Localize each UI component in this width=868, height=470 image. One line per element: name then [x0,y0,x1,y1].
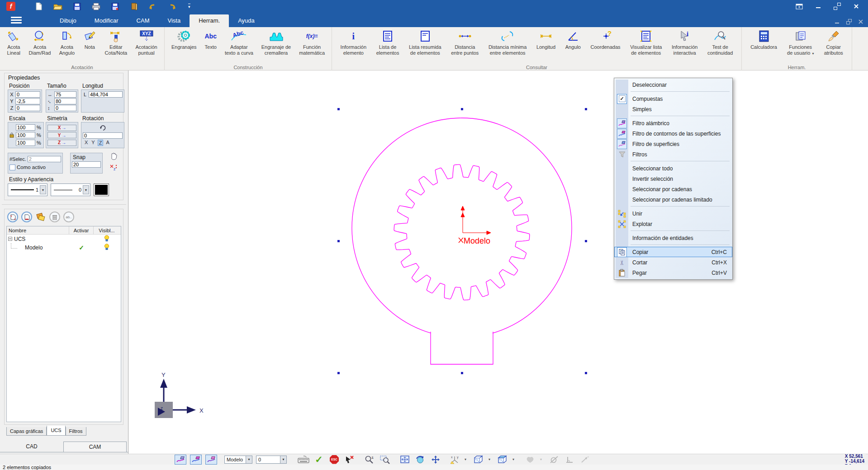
rotation-axis-y[interactable]: Y [90,140,95,146]
zoom-window-icon[interactable] [379,455,391,465]
mirror-y-button[interactable]: Y→ [47,132,76,138]
rotate-view-icon[interactable] [414,455,426,465]
snap-modes-icon[interactable] [524,455,536,465]
visibility-bulb-icon[interactable] [104,244,109,251]
pan-hand-icon[interactable] [110,152,117,161]
zoom-fit-icon[interactable] [399,455,411,465]
lock-icon[interactable] [9,132,14,138]
position-x-field[interactable] [15,91,40,98]
mirror-x-button[interactable]: X→ [47,125,76,131]
menu-item-copiar[interactable]: CopiarCtrl+C [614,247,732,257]
ucs-layers-icon[interactable] [35,212,46,222]
tab-filtros[interactable]: Filtros [66,427,86,436]
ribbon-item-lista-resumida[interactable]: Lista resumida de elementos [408,28,443,56]
wireframe-filter-toggle[interactable] [175,455,186,465]
restore-button[interactable] [834,3,841,10]
ribbon-item-acotacion-puntual[interactable]: XYZ Acotación puntual [134,28,158,56]
rotation-angle-field[interactable] [83,132,123,139]
ribbon-item-distancia-minima[interactable]: Distancia mínima entre elementos [487,28,528,56]
dropdown-caret-icon[interactable]: ▾ [540,457,542,461]
surface-contours-filter-toggle[interactable] [190,455,202,465]
save-as-icon[interactable] [110,2,119,11]
model-select[interactable]: Modelo▼ [224,456,252,464]
ribbon-item-calculadora[interactable]: Calculadora [749,28,778,51]
delete-ucs-icon[interactable] [49,212,60,222]
menu-item-explotar[interactable]: Explotar [614,219,732,229]
ucs-display-icon[interactable]: xy [449,455,460,465]
menu-item-invertir-seleccion[interactable]: Invertir selección [614,174,732,184]
drawing-area[interactable]: Modelo z Y X [129,70,868,454]
scale-y-field[interactable] [16,132,35,138]
ribbon-item-cremallera[interactable]: Engranaje de cremallera [260,28,292,56]
measure-line-icon[interactable] [579,455,591,465]
dropdown-arrow-icon[interactable]: ▼ [246,456,252,463]
undo-icon[interactable] [148,2,157,11]
tree-row-ucs[interactable]: UCS [7,235,121,243]
menu-herram[interactable]: Herram. [190,14,229,27]
hamburger-menu-icon[interactable] [7,14,25,26]
column-visible[interactable]: Visibl... [94,226,120,234]
menu-item-filtro-contornos[interactable]: Filtro de contornos de las superficies [614,128,732,139]
print-icon[interactable] [91,2,100,11]
selection-handle[interactable] [461,372,463,374]
ribbon-item-visualizar-lista[interactable]: Visualizar lista de elementos [629,28,663,56]
open-file-icon[interactable] [53,2,62,11]
menu-vista[interactable]: Vista [159,14,190,27]
zoom-in-out-icon[interactable]: ± [364,455,375,465]
dropdown-caret-icon[interactable]: ▾ [465,457,466,461]
dropdown-arrow-icon[interactable]: ▼ [40,185,46,194]
ribbon-item-lista-elementos[interactable]: Lista de elementos [375,28,401,56]
ribbon-item-acota-angulo[interactable]: Acota Angulo [58,28,76,56]
rotate-ccw-icon[interactable] [83,124,123,131]
menu-modificar[interactable]: Modificar [85,14,128,27]
app-logo-icon[interactable]: f [6,2,15,11]
collapse-node-icon[interactable] [8,237,12,241]
active-check-icon[interactable]: ✓ [79,244,84,251]
rename-ucs-icon[interactable]: ab.. [63,212,74,222]
redo-icon[interactable] [167,2,176,11]
ribbon-item-editar-cota[interactable]: Editar Cota/Nota [104,28,129,56]
snap-axis-icon[interactable]: z [109,163,118,173]
menu-cam[interactable]: CAM [128,14,159,27]
ribbon-item-test-continuidad[interactable]: Test de continuidad [706,28,734,56]
line-width-select[interactable]: 1▼ [8,183,47,196]
tangent-snap-icon[interactable] [548,455,560,465]
scale-x-field[interactable] [16,124,35,131]
mdi-restore-button[interactable] [846,19,852,24]
mdi-close-button[interactable] [858,19,863,24]
tab-ucs[interactable]: UCS [47,426,65,436]
confirm-icon[interactable]: ✓ [313,455,325,465]
menu-item-simples[interactable]: Simples [614,104,732,114]
deselect-cursor-icon[interactable] [344,455,356,465]
escape-icon[interactable]: ESC [328,455,340,465]
menu-item-seleccionar-cadenas[interactable]: Seleccionar por cadenas [614,184,732,194]
tree-row-modelo[interactable]: Modelo ✓ [7,243,121,252]
size-height-field[interactable] [54,105,76,111]
mirror-z-button[interactable]: Z→ [47,140,76,146]
tab-capas-graficas[interactable]: Capas gráficas [6,427,47,436]
save-icon[interactable] [72,2,81,11]
edit-ucs-icon[interactable] [21,212,32,222]
selection-handle[interactable] [461,108,463,110]
menu-item-unir[interactable]: Unir [614,208,732,219]
collapse-ribbon-button[interactable] [796,3,803,10]
ribbon-item-adaptar-texto[interactable]: Abc Adaptar texto a curva [223,28,255,56]
color-swatch[interactable] [94,183,109,196]
view-cube-shaded-icon[interactable] [497,455,508,465]
quick-access-overflow-icon[interactable]: ▾ [188,4,190,9]
snap-field[interactable] [72,161,101,168]
tab-cad[interactable]: CAD [0,441,63,452]
selection-handle[interactable] [337,372,340,374]
line-type-select[interactable]: 0▼ [51,183,90,196]
ribbon-item-info-interactiva[interactable]: i Información interactiva [670,28,699,56]
dropdown-arrow-icon[interactable]: ▼ [83,185,89,194]
menu-item-cortar[interactable]: ✂CortarCtrl+X [614,257,732,268]
menu-item-deseleccionar[interactable]: Deseleccionar [614,80,732,90]
ribbon-item-nota[interactable]: Nota [81,28,98,51]
menu-item-pegar[interactable]: PegarCtrl+V [614,268,732,278]
ribbon-item-distancia-puntos[interactable]: Distancia entre puntos [450,28,480,56]
ribbon-item-coordenadas[interactable]: ? Coordenadas [589,28,622,51]
surfaces-filter-toggle[interactable] [205,455,217,465]
menu-item-filtros[interactable]: Filtros [614,149,732,160]
ribbon-item-angulo[interactable]: Angulo [564,28,582,51]
